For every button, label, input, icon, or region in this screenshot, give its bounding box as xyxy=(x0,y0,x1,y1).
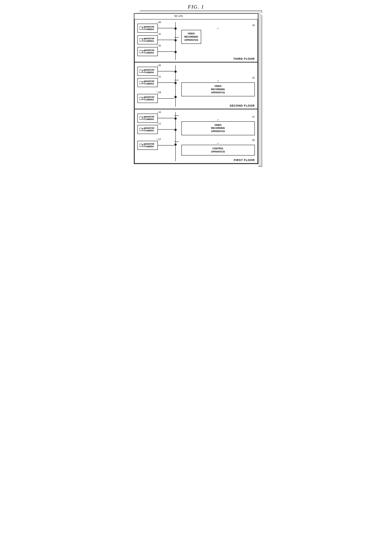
svg-marker-10 xyxy=(139,97,142,100)
main-container: 60 LAN ⌐30 xyxy=(134,13,258,164)
vra-41-container: 41 ↙ VIDEORECORDINGAPPARATUS xyxy=(181,115,255,135)
camera-icon-31 xyxy=(139,38,145,42)
camera-box-32: MONITORCAMERA xyxy=(137,47,158,56)
ref-24: ⌐24 xyxy=(157,91,161,94)
camera-row-20: ⌐20 MONITORCAMERA xyxy=(137,67,174,76)
camera-icon-30 xyxy=(139,26,145,30)
camera-row-32: ⌐32 MONITORCAMERA xyxy=(137,47,174,56)
camera-text-17: MONITORCAMERA xyxy=(145,143,154,148)
page: FIG. 1 60 LAN ⌐30 xyxy=(130,4,262,164)
ref-43: 43 xyxy=(181,24,255,27)
svg-marker-5 xyxy=(142,50,144,53)
ref-31: ⌐31 xyxy=(157,33,161,35)
ref-42: 42 xyxy=(181,76,255,79)
right-first: 41 ↙ VIDEORECORDINGAPPARATUS 50 ↙ CONTRO… xyxy=(177,112,255,161)
camera-row-31: ⌐31 MONITORCAMERA xyxy=(137,35,174,44)
ref-43-arrow: ↙ xyxy=(181,27,255,29)
camera-row-17: ⌐17 MONITORCAMERA xyxy=(137,141,174,150)
connector-43 xyxy=(174,37,179,38)
camera-row-24: ⌐24 MONITORCAMERA xyxy=(137,94,174,103)
camera-box-11: MONITORCAMERA xyxy=(137,125,158,134)
svg-marker-12 xyxy=(139,117,142,119)
svg-marker-2 xyxy=(139,38,142,41)
camera-box-21: MONITORCAMERA xyxy=(137,78,158,87)
camera-icon-24 xyxy=(139,96,145,100)
camera-box-17: MONITORCAMERA xyxy=(137,141,158,150)
connector-41 xyxy=(174,115,179,116)
hline-21 xyxy=(158,82,174,83)
vra-43: VIDEORECORDINGAPPARATUS xyxy=(181,30,201,44)
camera-icon-20 xyxy=(139,69,145,73)
svg-marker-17 xyxy=(142,144,144,147)
connector-42 xyxy=(174,80,179,80)
dot-31 xyxy=(174,39,177,41)
lan-header: 60 LAN xyxy=(134,14,258,19)
ref-30: ⌐30 xyxy=(157,21,161,24)
dot-32 xyxy=(174,51,177,53)
camera-icon-32 xyxy=(139,50,145,53)
camera-text-30: MONITORCAMERA xyxy=(145,26,154,31)
ref-32: ⌐32 xyxy=(157,44,161,47)
camera-icon-21 xyxy=(139,81,145,85)
hline-30 xyxy=(158,28,174,28)
lan-col-second xyxy=(174,65,177,107)
camera-row-21: ⌐21 MONITORCAMERA xyxy=(137,78,174,87)
camera-text-20: MONITORCAMERA xyxy=(145,69,154,74)
right-third: 43 ↙ VIDEORECORDINGAPPARATUS xyxy=(177,22,255,60)
hline-11 xyxy=(158,129,174,130)
box-right-edge xyxy=(258,11,262,167)
hline-20 xyxy=(158,71,174,72)
ref-41-arrow: ↙ xyxy=(181,119,255,121)
vra-42: VIDEORECORDINGAPPARATUS xyxy=(181,82,255,96)
hline-17 xyxy=(158,145,174,146)
svg-marker-14 xyxy=(139,128,142,131)
camera-text-10: MONITORCAMERA xyxy=(145,116,154,121)
cameras-first: ⌐10 MONITORCAMERA xyxy=(137,112,174,161)
svg-marker-9 xyxy=(142,81,144,84)
control-50: CONTROLAPPARATUS xyxy=(181,145,255,156)
svg-marker-7 xyxy=(142,70,144,73)
camera-box-20: MONITORCAMERA xyxy=(137,67,158,76)
hline-32 xyxy=(158,51,174,52)
camera-text-24: MONITORCAMERA xyxy=(145,96,154,101)
ref-11: ⌐11 xyxy=(157,122,161,125)
ref-20: ⌐20 xyxy=(157,64,161,67)
camera-text-11: MONITORCAMERA xyxy=(145,127,154,132)
floor-second: ⌐20 MONITORCAMERA xyxy=(134,62,258,109)
cameras-third: ⌐30 MONITORCAMERA xyxy=(137,22,174,60)
dot-11 xyxy=(174,129,177,131)
ref-17: ⌐17 xyxy=(157,138,161,141)
lan-col-third xyxy=(174,22,177,60)
cameras-second: ⌐20 MONITORCAMERA xyxy=(137,65,174,107)
figure-title: FIG. 1 xyxy=(130,4,262,10)
floor-label-third: THIRD FLOOR xyxy=(233,57,255,60)
lan-label: 60 LAN xyxy=(175,14,183,17)
camera-icon-17 xyxy=(139,143,145,147)
svg-marker-4 xyxy=(139,50,142,53)
camera-text-31: MONITORCAMERA xyxy=(145,38,154,42)
floor-second-inner: ⌐20 MONITORCAMERA xyxy=(137,65,255,107)
control-50-container: 50 ↙ CONTROLAPPARATUS xyxy=(181,139,255,156)
svg-marker-15 xyxy=(142,128,144,131)
camera-icon-10 xyxy=(139,116,145,120)
floor-label-first: FIRST FLOOR xyxy=(234,158,255,162)
hline-to-43: VIDEORECORDINGAPPARATUS xyxy=(181,30,255,44)
hline-31 xyxy=(158,40,174,40)
right-second: 42 ↙ VIDEORECORDINGAPPARATUS xyxy=(177,65,255,107)
svg-marker-3 xyxy=(142,38,144,41)
camera-icon-11 xyxy=(139,128,145,131)
ref-50: 50 xyxy=(181,139,255,142)
vra-41: VIDEORECORDINGAPPARATUS xyxy=(181,121,255,135)
dot-10 xyxy=(174,117,177,120)
camera-text-32: MONITORCAMERA xyxy=(145,49,154,54)
ref-10: ⌐10 xyxy=(157,111,161,114)
floor-label-second: SECOND FLOOR xyxy=(230,104,255,107)
svg-marker-13 xyxy=(142,117,144,120)
connector-50 xyxy=(174,142,179,142)
camera-box-24: MONITORCAMERA xyxy=(137,94,158,103)
svg-marker-1 xyxy=(142,27,144,30)
dot-24 xyxy=(174,96,177,98)
dot-17 xyxy=(174,143,177,146)
camera-box-30: MONITORCAMERA xyxy=(137,24,158,33)
camera-row-10: ⌐10 MONITORCAMERA xyxy=(137,114,174,123)
